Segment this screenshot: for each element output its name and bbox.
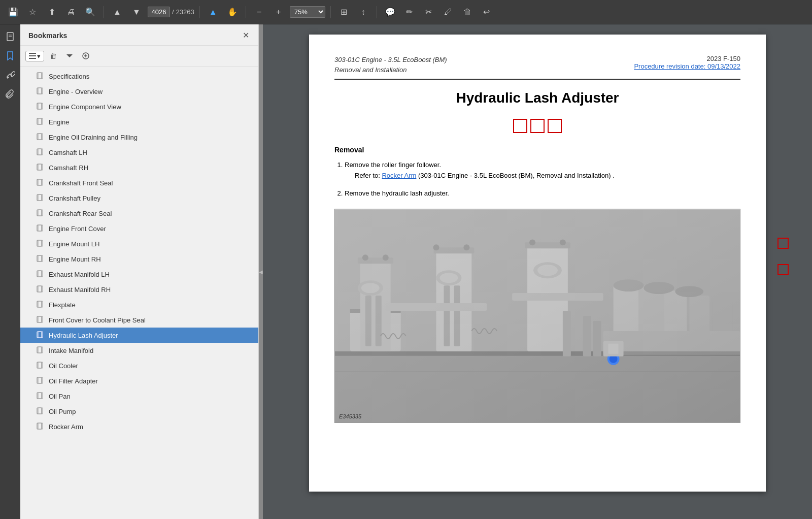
links-icon-button[interactable] (2, 67, 18, 83)
cloud-button[interactable]: ⬆ (44, 4, 60, 20)
revision-link[interactable]: Procedure revision date: 09/13/2022 (634, 62, 740, 70)
page-total: 23263 (176, 8, 194, 16)
select-tool-button[interactable]: ⊞ (336, 4, 352, 20)
bookmark-item-23[interactable]: Rocker Arm (20, 419, 258, 434)
nav-box-3[interactable] (548, 119, 562, 133)
print-button[interactable]: 🖨 (63, 4, 79, 20)
bookmark-item-1[interactable]: Engine - Overview (20, 84, 258, 99)
page-input[interactable] (148, 7, 170, 17)
bookmark-label-4: Engine Oil Draining and Filling (49, 134, 138, 141)
margin-box-2[interactable] (777, 264, 789, 275)
panel-splitter[interactable] (259, 24, 263, 519)
margin-box-1[interactable] (777, 238, 789, 249)
bookmark-page-icon-19 (36, 361, 45, 370)
bookmark-label-18: Intake Manifold (49, 347, 93, 354)
svg-rect-19 (37, 164, 42, 170)
svg-rect-20 (38, 164, 43, 170)
attachments-icon-button[interactable] (2, 86, 18, 103)
bookmark-item-15[interactable]: Flexplate (20, 297, 258, 312)
hand-button[interactable]: ✋ (224, 4, 241, 20)
scissors-button[interactable]: ✂ (421, 4, 437, 20)
pen-button[interactable]: ✏ (401, 4, 418, 20)
bookmark-item-0[interactable]: Specifications (20, 69, 258, 84)
bookmark-item-7[interactable]: Crankshaft Front Seal (20, 175, 258, 190)
bookmark-item-4[interactable]: Engine Oil Draining and Filling (20, 129, 258, 145)
bookmark-item-20[interactable]: Oil Filter Adapter (20, 373, 258, 388)
svg-rect-22 (38, 179, 43, 185)
rocker-arm-link[interactable]: Rocker Arm (382, 172, 416, 179)
search-button[interactable]: 🔍 (82, 4, 98, 20)
bookmark-item-14[interactable]: Exhaust Manifold RH (20, 282, 258, 297)
svg-rect-35 (37, 286, 42, 292)
svg-rect-41 (37, 332, 42, 338)
bookmark-label-5: Camshaft LH (49, 149, 87, 156)
svg-rect-54 (38, 423, 43, 429)
bookmark-item-2[interactable]: Engine Component View (20, 99, 258, 114)
bookmark-item-21[interactable]: Oil Pan (20, 388, 258, 404)
svg-rect-46 (38, 362, 43, 368)
bookmark-item-17[interactable]: Hydraulic Lash Adjuster (20, 328, 258, 343)
undo-button[interactable]: ↩ (479, 4, 495, 20)
svg-rect-17 (37, 149, 42, 155)
bookmark-item-8[interactable]: Crankshaft Pulley (20, 190, 258, 206)
bookmark-item-11[interactable]: Engine Mount LH (20, 236, 258, 251)
svg-rect-31 (37, 255, 42, 262)
delete-button[interactable]: 🗑 (459, 4, 476, 20)
svg-rect-5 (29, 58, 36, 59)
zoom-in-button[interactable]: + (270, 4, 287, 20)
step1-refer-suffix: (303-01C Engine - 3.5L EcoBoost (BM), Re… (416, 172, 614, 179)
svg-rect-25 (37, 210, 42, 216)
bookmark-item-6[interactable]: Camshaft RH (20, 160, 258, 175)
svg-rect-14 (38, 118, 43, 124)
bookmarks-delete-button[interactable]: 🗑 (46, 49, 60, 63)
bookmark-item-22[interactable]: Oil Pump (20, 404, 258, 419)
pages-icon-button[interactable] (2, 28, 18, 45)
bookmark-item-3[interactable]: Engine (20, 114, 258, 129)
bookmark-item-19[interactable]: Oil Cooler (20, 358, 258, 373)
bookmarks-icon-button[interactable] (2, 48, 18, 64)
svg-rect-12 (38, 103, 43, 109)
stamp-button[interactable]: 🖊 (440, 4, 456, 20)
bookmark-page-icon-2 (36, 102, 45, 111)
page-nav: / 23263 (148, 7, 194, 17)
bookmarks-expand-button[interactable] (79, 49, 93, 63)
zoom-select[interactable]: 75% 100% 125% 150% (290, 6, 325, 18)
pdf-viewer-area[interactable]: 303-01C Engine - 3.5L EcoBoost (BM) Remo… (263, 24, 812, 519)
bookmark-page-icon-8 (36, 193, 45, 203)
bookmark-item-5[interactable]: Camshaft LH (20, 145, 258, 160)
svg-rect-101 (593, 321, 601, 356)
bookmarks-options-dropdown[interactable]: ▾ (25, 51, 44, 61)
doc-title-line2: Removal and Installation (334, 65, 447, 75)
bookmark-item-13[interactable]: Exhaust Manifold LH (20, 267, 258, 282)
bookmark-item-10[interactable]: Engine Front Cover (20, 221, 258, 236)
svg-rect-39 (37, 316, 42, 322)
nav-box-1[interactable] (513, 119, 527, 133)
favorite-button[interactable]: ☆ (24, 4, 41, 20)
toolbar: 💾 ☆ ⬆ 🖨 🔍 ▲ ▼ / 23263 ▲ ✋ − + 75% 100% 1… (0, 0, 812, 24)
bookmark-page-icon-14 (36, 285, 45, 294)
scroll-tool-button[interactable]: ↕ (355, 4, 371, 20)
save-button[interactable]: 💾 (5, 4, 21, 20)
prev-page-button[interactable]: ▲ (109, 4, 125, 20)
bookmark-item-16[interactable]: Front Cover to Coolant Pipe Seal (20, 312, 258, 328)
svg-rect-8 (38, 73, 43, 79)
bookmark-label-1: Engine - Overview (49, 88, 103, 95)
bookmark-item-12[interactable]: Engine Mount RH (20, 251, 258, 267)
svg-rect-29 (37, 240, 42, 246)
next-page-button[interactable]: ▼ (128, 4, 145, 20)
bookmarks-close-button[interactable]: ✕ (240, 29, 252, 41)
cursor-button[interactable]: ▲ (205, 4, 221, 20)
svg-rect-37 (37, 301, 42, 307)
nav-box-2[interactable] (530, 119, 545, 133)
engine-image-container: E345335 (334, 209, 740, 423)
svg-rect-34 (38, 271, 43, 277)
bookmarks-collapse-button[interactable] (62, 49, 77, 63)
bookmark-item-9[interactable]: Crankshaft Rear Seal (20, 206, 258, 221)
bookmark-item-18[interactable]: Intake Manifold (20, 343, 258, 358)
step-1: Remove the roller finger follower. Refer… (345, 160, 740, 181)
comment-button[interactable]: 💬 (382, 4, 398, 20)
zoom-out-button[interactable]: − (251, 4, 267, 20)
svg-rect-30 (38, 240, 43, 246)
bookmark-label-13: Exhaust Manifold LH (49, 271, 110, 278)
sidebar-icons (0, 24, 20, 519)
